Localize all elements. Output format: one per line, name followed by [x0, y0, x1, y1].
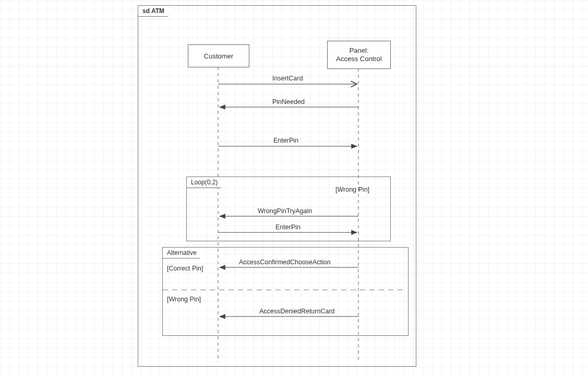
loop-label: Loop(0,2)	[191, 179, 218, 186]
msg-enterpin: EnterPin	[273, 137, 298, 144]
msg-pinneeded: PinNeeded	[272, 98, 305, 106]
alt-label: Alternative	[167, 249, 197, 256]
alt-guard-correct: [Correct Pin]	[167, 265, 203, 272]
loop-fragment-label: Loop(0,2)	[186, 177, 227, 188]
sequence-diagram-canvas: sd ATM Customer Panel: Access Control	[0, 0, 588, 375]
alt-fragment[interactable]	[162, 247, 409, 336]
alt-guard-wrong: [Wrong Pin]	[167, 296, 201, 303]
msg-insertcard: InsertCard	[272, 75, 303, 82]
alt-fragment-label: Alternative	[162, 247, 206, 259]
loop-guard: [Wrong Pin]	[335, 186, 369, 193]
